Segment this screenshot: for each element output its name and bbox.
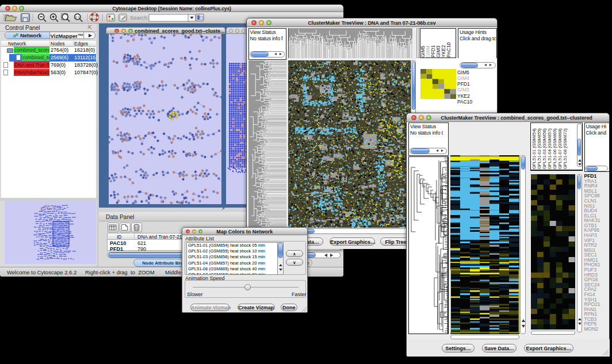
svg-text:GPL51-03 (GSM856): GPL51-03 (GSM856) bbox=[542, 128, 547, 169]
svg-text:Search:: Search: bbox=[130, 14, 149, 21]
svg-text:GPL51-01 (GSM854): GPL51-01 (GSM854) bbox=[531, 128, 537, 169]
svg-text:GPL51-04 (GSM857): GPL51-04 (GSM857) bbox=[547, 128, 552, 169]
svg-text:GPL51-02 (GSM855): GPL51-02 (GSM855) bbox=[537, 128, 542, 169]
svg-text:1:1: 1:1 bbox=[75, 16, 80, 19]
svg-text:PAC10: PAC10 bbox=[446, 42, 452, 58]
svg-text:GPL51-07 (GSM868): GPL51-07 (GSM868) bbox=[557, 128, 563, 169]
svg-text:GPL51-06 (GSM865): GPL51-06 (GSM865) bbox=[552, 128, 557, 169]
svg-text:GPL51-08 (GSM872): GPL51-08 (GSM872) bbox=[563, 128, 568, 169]
